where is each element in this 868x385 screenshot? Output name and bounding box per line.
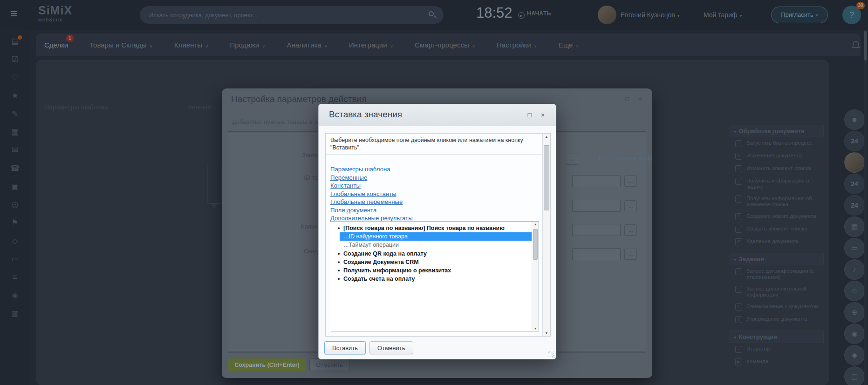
modal-title: Вставка значения <box>329 109 402 120</box>
link-document-fields[interactable]: Поля документа <box>330 206 413 215</box>
bullet-icon: • <box>338 266 343 275</box>
discount-input[interactable] <box>572 248 621 260</box>
product-id-input[interactable] <box>572 175 621 187</box>
more-button[interactable]: ... <box>624 176 637 187</box>
field-input[interactable] <box>572 200 621 212</box>
close-icon[interactable]: × <box>638 95 642 102</box>
instruction-line2: "Вставить". <box>330 144 538 151</box>
tree-scrollbar[interactable]: ▲ ▼ <box>532 222 539 331</box>
tree-item[interactable]: •Создание Документа CRM <box>331 258 533 266</box>
quantity-input[interactable] <box>572 224 621 236</box>
instruction-text: Выберите необходимое поле двойным кликом… <box>326 134 542 155</box>
more-button[interactable]: ... <box>624 200 637 211</box>
more-button[interactable]: ... <box>566 154 578 165</box>
field-label-quantity: Колич <box>234 223 318 230</box>
category-links: Параметры шаблона Переменные Константы Г… <box>330 165 413 223</box>
instruction-line1: Выберите необходимое поле двойным кликом… <box>330 136 538 144</box>
scroll-up-icon[interactable]: ▲ <box>532 223 539 226</box>
tree-item[interactable]: ...Таймаут операции <box>331 241 533 249</box>
bullet-icon: • <box>338 258 343 266</box>
maximize-icon[interactable]: □ <box>625 95 629 102</box>
insert-value-panel: Выберите необходимое поле двойным кликом… <box>325 133 551 337</box>
dialog-title: Настройка параметров действия <box>231 94 366 104</box>
more-button[interactable]: ... <box>624 249 637 260</box>
maximize-icon[interactable]: □ <box>528 111 532 119</box>
link-global-variables[interactable]: Глобальные переменные <box>330 198 413 206</box>
insert-value-modal: Вставка значения □ × Выберите необходимо… <box>318 104 556 359</box>
modal-buttons: Вставить Отменить <box>324 341 413 354</box>
tree-item[interactable]: •Создание QR кода на оплату <box>331 250 533 258</box>
scroll-down-icon[interactable]: ▼ <box>532 327 539 330</box>
link-variables[interactable]: Переменные <box>330 174 413 182</box>
link-template-params[interactable]: Параметры шаблона <box>330 165 413 174</box>
insert-button[interactable]: Вставить <box>324 341 366 354</box>
resize-grip[interactable] <box>548 351 554 358</box>
comment-link[interactable]: [Комментарий] <box>614 155 652 162</box>
id-link[interactable]: [Ид] <box>597 155 608 162</box>
bullet-icon: • <box>338 224 343 232</box>
save-button[interactable]: Сохранить (Ctrl+Enter) <box>228 358 306 371</box>
results-tree: •[Поиск товара по названию] Поиск товара… <box>331 221 539 331</box>
tree-item[interactable]: •Создать счета на оплату <box>331 275 533 283</box>
panel-scrollbar[interactable]: ▲ ▼ <box>542 134 550 336</box>
tree-scrollbar-thumb[interactable] <box>533 229 538 260</box>
link-global-constants[interactable]: Глобальные константы <box>330 190 413 198</box>
more-button[interactable]: ... <box>624 224 637 236</box>
action-description: Добавляет нужные товары в элем <box>232 118 328 125</box>
close-icon[interactable]: × <box>541 111 545 119</box>
tree-item-selected[interactable]: ...ID найденного товара <box>340 232 533 241</box>
cancel-button[interactable]: Отменить <box>369 341 413 354</box>
bullet-icon: • <box>338 250 343 258</box>
scroll-up-icon[interactable]: ▲ <box>543 135 550 138</box>
field-label-title: Загол <box>234 152 318 159</box>
cancel-button[interactable]: Отменить <box>309 358 349 371</box>
app-stage: ≡ SiMiX web&crm 18:52 ▶НАЧАТЬ Евгений Ку… <box>0 0 868 385</box>
tree-item[interactable]: •Получить информацию о реквизитах <box>331 266 533 275</box>
tree-item[interactable]: •[Поиск товара по названию] Поиск товара… <box>331 224 533 232</box>
field-label-discount: Скид <box>234 248 318 255</box>
panel-scrollbar-thumb[interactable] <box>544 145 549 210</box>
field-label-product-id: ID то <box>234 174 318 181</box>
bullet-icon: • <box>338 275 343 283</box>
link-constants[interactable]: Константы <box>330 182 413 190</box>
tree-rows: •[Поиск товара по названию] Поиск товара… <box>331 224 533 283</box>
scroll-down-icon[interactable]: ▼ <box>543 331 550 335</box>
